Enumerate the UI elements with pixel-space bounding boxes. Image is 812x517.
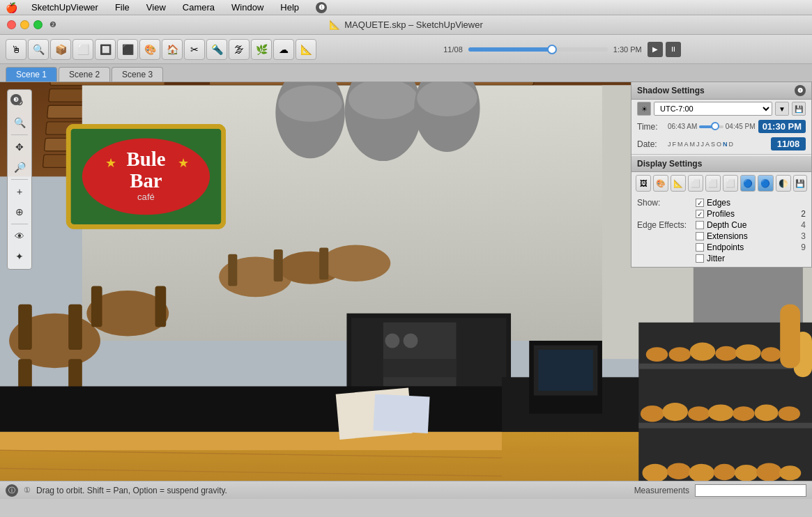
display-save-btn[interactable]: 💾	[793, 175, 807, 192]
svg-point-90	[779, 465, 801, 480]
scene-tab-1[interactable]: Scene 1	[6, 67, 57, 82]
time-slider-thumb[interactable]	[711, 122, 719, 130]
maximize-button[interactable]	[33, 20, 43, 29]
svg-text:★: ★	[105, 155, 116, 170]
svg-rect-54	[383, 359, 457, 377]
display-btn-7[interactable]: 🔵	[758, 175, 773, 192]
svg-point-52	[385, 334, 399, 348]
toolbar-zoom-tool[interactable]: 🔍	[9, 113, 30, 132]
menu-window[interactable]: Window	[229, 2, 266, 13]
tool-solid[interactable]: ⬛	[117, 39, 138, 60]
minimize-button[interactable]	[20, 20, 29, 29]
tool-ground[interactable]: 🌿	[251, 39, 272, 60]
tool-home[interactable]: 🏠	[162, 39, 183, 60]
measurements-input[interactable]	[695, 484, 806, 497]
timeline-bar[interactable]	[468, 47, 608, 52]
display-btn-4[interactable]: ⬜	[705, 175, 721, 192]
endpoints-label: Endpoints	[707, 242, 744, 252]
tool-axes[interactable]: 📐	[296, 39, 316, 60]
svg-point-73	[715, 346, 737, 361]
apple-menu[interactable]: 🍎	[6, 2, 17, 13]
svg-point-88	[735, 465, 758, 481]
menu-camera[interactable]: Camera	[180, 2, 217, 13]
svg-point-71	[668, 347, 690, 362]
endpoints-value: 9	[801, 242, 806, 252]
toolbar-eye-view[interactable]: 👁	[9, 226, 30, 246]
display-settings-header: Display Settings	[631, 156, 811, 172]
date-slider[interactable]: J F M A M J J A S O N D	[668, 141, 768, 148]
tool-cursor[interactable]: 🖱	[6, 39, 26, 60]
profiles-checkbox[interactable]: ✓	[696, 210, 704, 218]
shadow-save-btn[interactable]: 💾	[792, 102, 806, 116]
depth-cue-checkbox[interactable]	[696, 221, 704, 229]
display-btn-2[interactable]: 📐	[671, 175, 686, 192]
svg-point-89	[756, 463, 782, 481]
tool-box[interactable]: 📦	[50, 39, 71, 60]
display-btn-0[interactable]: 🖼	[636, 175, 651, 192]
menu-file[interactable]: File	[112, 2, 132, 13]
time-start-label: 06:43 AM	[668, 123, 697, 130]
month-S[interactable]: S	[711, 141, 715, 148]
shadow-panel-badge: ❹	[795, 85, 806, 96]
extensions-checkbox[interactable]	[696, 232, 704, 240]
toolbar-position-camera[interactable]: +	[9, 182, 30, 201]
month-M2[interactable]: M	[690, 141, 696, 148]
edge-effects-label: Edge Effects:	[637, 220, 693, 230]
month-M1[interactable]: M	[677, 141, 683, 148]
toolbar-pan-tool[interactable]: ✥	[9, 137, 30, 157]
edges-checkbox[interactable]: ✓	[696, 199, 704, 207]
month-O[interactable]: O	[717, 141, 721, 148]
toolbar-walk[interactable]: ⊕	[9, 202, 30, 222]
status-info-badge[interactable]: ⓘ	[6, 484, 18, 497]
tool-shapes[interactable]: ⬜	[72, 39, 93, 60]
profiles-row: ✓ Profiles 2	[637, 208, 806, 219]
tool-textured[interactable]: 🎨	[139, 39, 160, 60]
month-D[interactable]: D	[729, 141, 734, 148]
close-button[interactable]	[7, 20, 16, 29]
menu-view[interactable]: View	[144, 2, 169, 13]
svg-point-83	[779, 406, 800, 421]
month-N[interactable]: N	[723, 141, 728, 148]
tool-sky[interactable]: ☁	[273, 39, 294, 60]
display-btn-3[interactable]: ⬜	[688, 175, 703, 192]
month-F[interactable]: F	[673, 141, 677, 148]
toolbar-zoom-extent[interactable]: 🔎	[9, 157, 30, 177]
time-slider[interactable]: 06:43 AM 04:45 PM	[668, 123, 756, 130]
tool-wireframe[interactable]: 🔲	[95, 39, 116, 60]
timeline-handle[interactable]	[547, 45, 557, 54]
display-btn-8[interactable]: 🌓	[776, 175, 791, 192]
month-A1[interactable]: A	[684, 141, 689, 148]
display-btn-5[interactable]: ⬜	[723, 175, 738, 192]
time-slider-track[interactable]	[699, 125, 723, 128]
endpoints-checkbox[interactable]	[696, 243, 704, 252]
extensions-row: Extensions 3	[637, 231, 806, 242]
display-btn-6[interactable]: 🔵	[740, 175, 756, 192]
scene-tab-3[interactable]: Scene 3	[112, 67, 163, 82]
svg-rect-47	[274, 249, 283, 281]
time-value-display[interactable]: 01:30 PM	[758, 120, 806, 133]
pause-button[interactable]: ⏸	[666, 42, 681, 57]
tool-fog[interactable]: 🌫	[229, 39, 250, 60]
month-J2[interactable]: J	[696, 141, 700, 148]
scene-tab-2[interactable]: Scene 2	[59, 67, 110, 82]
date-value-display[interactable]: 11/08	[771, 137, 806, 151]
status-number: ①	[24, 486, 31, 495]
timezone-dropdown-btn[interactable]: ▼	[775, 102, 789, 116]
month-J3[interactable]: J	[701, 141, 705, 148]
display-btn-1[interactable]: 🎨	[653, 175, 668, 192]
toolbar-settings[interactable]: ✦	[9, 247, 30, 266]
menu-sketchup[interactable]: SketchUpViewer	[29, 2, 101, 13]
month-A2[interactable]: A	[705, 141, 710, 148]
svg-point-45	[321, 245, 390, 281]
tool-magnify[interactable]: 🔍	[28, 39, 49, 60]
month-J1[interactable]: J	[668, 141, 671, 148]
play-button[interactable]: ▶	[648, 42, 663, 57]
timezone-select[interactable]: UTC-7:00	[654, 102, 772, 116]
timeline-fill	[468, 47, 552, 52]
menu-help[interactable]: Help	[277, 2, 302, 13]
svg-rect-92	[780, 304, 800, 369]
tool-shadow[interactable]: 🔦	[206, 39, 227, 60]
svg-point-81	[733, 406, 754, 421]
tool-section[interactable]: ✂	[184, 39, 205, 60]
jitter-checkbox[interactable]	[696, 254, 704, 263]
